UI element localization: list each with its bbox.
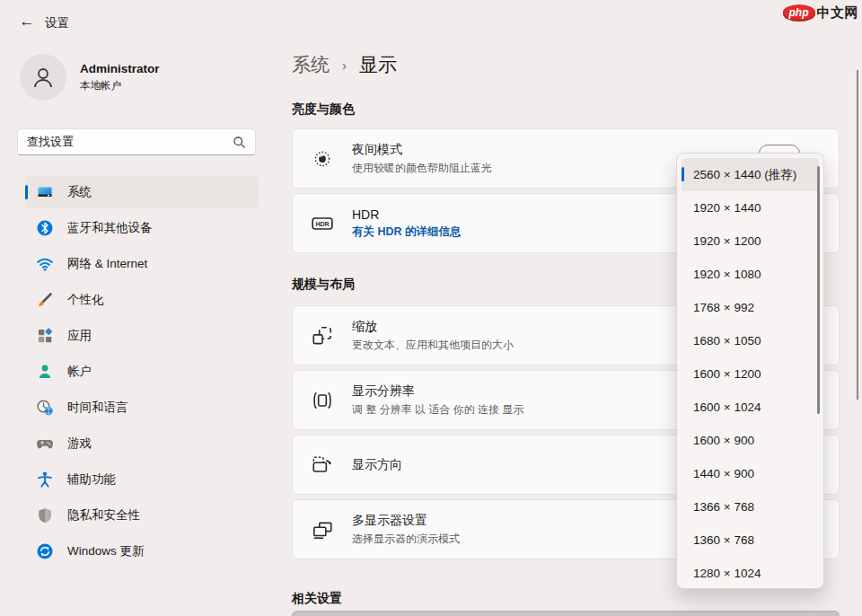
account-type: 本地帐户 — [80, 79, 160, 92]
scale-title: 缩放 — [352, 319, 514, 335]
multi-display-icon — [311, 518, 334, 541]
account-block[interactable]: Administrator 本地帐户 — [20, 54, 160, 101]
section-related-settings: 相关设置 — [292, 591, 342, 607]
person-icon — [30, 64, 57, 91]
sidebar-item-personalization[interactable]: 个性化 — [25, 284, 259, 316]
resolution-option[interactable]: 1366 × 768 — [682, 490, 819, 524]
resolution-option[interactable]: 1768 × 992 — [682, 291, 819, 324]
resolution-title: 显示分辨率 — [352, 383, 523, 400]
resolution-option[interactable]: 1920 × 1440 — [682, 191, 819, 224]
orientation-icon — [311, 453, 334, 477]
account-icon — [36, 363, 54, 381]
sidebar-item-apps[interactable]: 应用 — [25, 320, 259, 352]
shield-icon — [36, 506, 54, 524]
accessibility-icon — [36, 471, 54, 488]
section-scale-layout: 规模与布局 — [292, 277, 355, 293]
resolution-option[interactable]: 1920 × 1080 — [682, 258, 819, 291]
resolution-option[interactable]: 2560 × 1440 (推荐) — [682, 158, 819, 191]
account-name: Administrator — [80, 62, 160, 75]
resolution-option[interactable]: 1920 × 1200 — [682, 224, 819, 258]
night-light-icon — [311, 147, 334, 171]
system-icon — [36, 183, 54, 201]
sidebar-nav: 系统 蓝牙和其他设备 网络 & Internet — [25, 176, 259, 571]
page-title: 显示 — [359, 52, 397, 77]
php-logo: php — [783, 4, 815, 22]
sidebar-item-label: 隐私和安全性 — [67, 507, 140, 524]
watermark-text: 中文网 — [817, 4, 859, 22]
sidebar: Administrator 本地帐户 查找设置 系统 — [0, 41, 278, 616]
php-cn-watermark: php 中文网 — [783, 4, 859, 22]
resolution-option[interactable]: 1680 × 1050 — [682, 324, 819, 357]
sidebar-item-label: 网络 & Internet — [67, 256, 147, 272]
title-bar: ← 设置 php 中文网 — [0, 0, 862, 41]
brush-icon — [36, 291, 54, 309]
update-icon — [36, 542, 54, 560]
avatar — [20, 54, 66, 101]
next-card-partial — [292, 611, 840, 616]
wifi-icon — [36, 255, 54, 273]
resolution-subtitle: 调 整 分辨率 以 适合 你的 连接 显示 — [352, 402, 523, 418]
multi-display-subtitle: 选择显示器的演示模式 — [352, 532, 460, 547]
hdr-info-link[interactable]: 有关 HDR 的详细信息 — [352, 224, 462, 240]
clock-globe-icon — [36, 399, 54, 417]
resolution-option[interactable]: 1280 × 1024 — [682, 557, 819, 590]
sidebar-item-bluetooth[interactable]: 蓝牙和其他设备 — [25, 212, 259, 244]
search-placeholder: 查找设置 — [27, 134, 233, 150]
resolution-option[interactable]: 1600 × 1024 — [682, 391, 819, 424]
sidebar-item-windows-update[interactable]: Windows 更新 — [25, 535, 259, 568]
section-brightness-color: 亮度与颜色 — [292, 101, 355, 118]
orientation-title: 显示方向 — [352, 457, 402, 473]
hdr-title: HDR — [352, 207, 462, 222]
resolution-option[interactable]: 1440 × 900 — [682, 457, 819, 490]
sidebar-item-network[interactable]: 网络 & Internet — [25, 248, 259, 280]
hdr-icon: HDR — [311, 212, 334, 235]
breadcrumb: 系统 › 显示 — [292, 52, 397, 77]
resolution-option[interactable]: 1360 × 768 — [682, 524, 819, 557]
resolution-icon — [311, 389, 334, 412]
search-input[interactable]: 查找设置 — [17, 128, 256, 155]
resolution-option[interactable]: 1600 × 900 — [682, 424, 819, 457]
sidebar-item-label: 个性化 — [67, 292, 104, 308]
app-title: 设置 — [45, 15, 69, 31]
back-button[interactable]: ← — [16, 12, 38, 31]
sidebar-item-label: 应用 — [67, 328, 92, 344]
resolution-dropdown: 2560 × 1440 (推荐) 1920 × 1440 1920 × 1200… — [676, 153, 824, 589]
sidebar-item-label: 时间和语言 — [67, 400, 128, 416]
search-icon — [233, 136, 246, 149]
sidebar-item-time-language[interactable]: 时间和语言 — [25, 392, 259, 424]
night-light-subtitle: 使用较暖的颜色帮助阻止蓝光 — [352, 161, 492, 176]
gamepad-icon — [36, 435, 54, 453]
apps-icon — [36, 327, 54, 345]
sidebar-item-label: 辅助功能 — [67, 471, 116, 488]
sidebar-item-accounts[interactable]: 帐户 — [25, 356, 259, 388]
sidebar-item-label: 帐户 — [67, 364, 92, 380]
dropdown-scrollbar[interactable] — [817, 166, 820, 414]
svg-text:HDR: HDR — [315, 221, 329, 227]
sidebar-item-label: 蓝牙和其他设备 — [67, 220, 153, 236]
night-light-title: 夜间模式 — [352, 142, 492, 158]
multi-display-title: 多显示器设置 — [352, 513, 460, 529]
sidebar-item-gaming[interactable]: 游戏 — [25, 427, 259, 460]
resolution-option[interactable]: 1600 × 1200 — [682, 357, 819, 391]
bluetooth-icon — [36, 219, 54, 237]
sidebar-item-label: 游戏 — [67, 436, 92, 452]
breadcrumb-system[interactable]: 系统 — [292, 52, 330, 77]
window-scrollbar[interactable] — [857, 70, 858, 400]
sidebar-item-system[interactable]: 系统 — [25, 176, 259, 208]
sidebar-item-label: Windows 更新 — [67, 543, 145, 559]
scale-subtitle: 更改文本、应用和其他项目的大小 — [352, 338, 514, 353]
scale-icon — [311, 324, 334, 348]
chevron-right-icon: › — [342, 57, 347, 73]
sidebar-item-privacy[interactable]: 隐私和安全性 — [25, 499, 259, 532]
sidebar-item-accessibility[interactable]: 辅助功能 — [25, 463, 259, 496]
sidebar-item-label: 系统 — [67, 184, 92, 200]
